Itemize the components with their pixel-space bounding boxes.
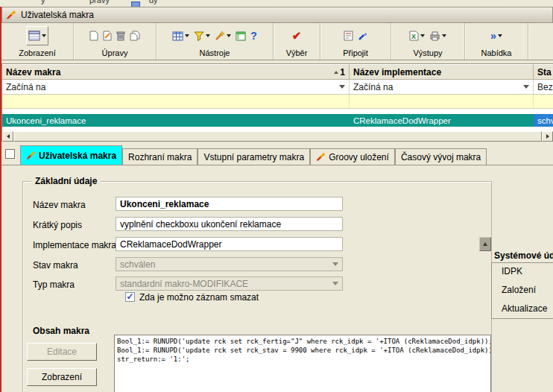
nazev-makra-field[interactable]: Ukonceni_reklamace — [116, 197, 343, 211]
chevron-down-icon — [332, 282, 338, 285]
column-header-stav[interactable]: Sta — [534, 64, 553, 80]
obsah-makra-label: Obsah makra — [33, 326, 89, 336]
scrollbar-thumb[interactable] — [13, 131, 542, 142]
copy-record-button[interactable] — [128, 27, 142, 45]
chevron-down-icon — [498, 34, 502, 37]
checkmark-icon: ✓ — [126, 292, 133, 301]
chevron-down-icon — [227, 34, 231, 37]
editace-button[interactable]: Editace — [27, 343, 97, 361]
delete-record-button[interactable] — [115, 27, 127, 45]
cell-stav[interactable]: schv — [534, 114, 553, 127]
filter-funnel-icon — [194, 31, 204, 41]
chevron-down-icon — [185, 34, 189, 37]
export-button[interactable]: X — [408, 27, 426, 45]
tab-uzivatelska-makra[interactable]: Uživatelská makra — [20, 145, 122, 165]
tab-groovy-ulozeni[interactable]: Groovy uložení — [310, 148, 395, 165]
sort-arrow-icon — [334, 71, 338, 74]
stav-makra-combo[interactable]: schválen — [116, 257, 343, 271]
connect-button[interactable] — [356, 27, 369, 45]
toolbar-group-label: Úpravy — [102, 48, 128, 59]
view-grid-icon — [28, 31, 40, 41]
cell-nazev-implementace[interactable]: CReklamaceDodWrapper — [350, 114, 534, 127]
double-arrow-icon: » — [490, 31, 496, 41]
cell-nazev-makra[interactable]: Ukonceni_reklamace — [2, 114, 350, 127]
system-panel-item-zalozeni: Založení — [502, 285, 536, 295]
filter-button[interactable] — [192, 27, 212, 45]
column-header-label: Sta — [537, 67, 552, 78]
column-header-nazev-implementace[interactable]: Název implementace — [350, 64, 534, 80]
question-icon: ? — [250, 30, 257, 42]
horizontal-scrollbar[interactable] — [1, 131, 553, 142]
macro-code-area[interactable]: Bool_1:= RUNUPD('update rck set rck_fert… — [114, 335, 491, 392]
panel-titlebar: Uživatelská makra — [1, 7, 553, 23]
filter-combo-nazev-makra[interactable]: Začíná na — [2, 80, 350, 95]
chevron-down-icon — [42, 34, 46, 37]
new-page-icon — [89, 31, 98, 41]
new-record-button[interactable] — [88, 27, 100, 45]
table-icon — [172, 31, 183, 41]
tab-vstupni-parametry-makra[interactable]: Vstupní parametry makra — [197, 148, 310, 165]
implementace-lookup-button[interactable] — [479, 237, 491, 251]
panel-title: Uživatelská makra — [21, 10, 94, 20]
kratky-popis-label: Krátký popis — [33, 220, 82, 230]
toolbar-group-label: Nabídka — [481, 48, 512, 59]
kratky-popis-field[interactable]: vyplnění checkboxu ukončení reklamace — [116, 217, 343, 231]
system-panel: IDPK Založení Aktualizace — [491, 262, 553, 319]
chevron-down-icon — [206, 34, 210, 37]
macro-grid: Název makra 1 Název implementace Sta Zač… — [1, 63, 553, 131]
scroll-right-button[interactable] — [542, 131, 553, 142]
summary-button[interactable] — [234, 27, 247, 45]
smazat-checkbox[interactable]: ✓ — [125, 292, 135, 302]
table-tools-button[interactable] — [171, 27, 191, 45]
toolbar-group-nabidka: » Nabídka — [465, 23, 528, 60]
chevron-down-icon — [420, 34, 425, 37]
attach-note-button[interactable] — [342, 27, 355, 45]
implementace-makra-label: Implementace makra — [33, 240, 116, 250]
smazat-checkbox-label: Zda je možno záznam smazat — [139, 292, 259, 303]
clipped-menu-strip: y pravy dy — [0, 0, 553, 7]
zobrazeni-button[interactable]: Zobrazení — [27, 368, 97, 386]
detail-tabbar: Uživatelská makra Rozhraní makra Vstupní… — [1, 145, 553, 165]
pin-checkbox[interactable] — [5, 149, 15, 159]
view-mode-button[interactable] — [26, 26, 48, 45]
select-button[interactable]: ✔ — [291, 27, 303, 45]
wizard-button[interactable] — [213, 27, 233, 45]
toolbar-group-nastroje: ? Nástroje — [157, 23, 274, 60]
grid-row-selected[interactable]: Ukonceni_reklamace CReklamaceDodWrapper … — [2, 114, 553, 127]
menu-fragment: pravy — [89, 0, 110, 4]
svg-text:X: X — [411, 33, 416, 40]
column-header-nazev-makra[interactable]: Název makra 1 — [2, 64, 350, 80]
implementace-makra-field[interactable]: CReklamaceDodWrapper — [116, 237, 343, 251]
macro-icon — [26, 151, 36, 160]
stav-makra-label: Stav makra — [33, 260, 78, 271]
tab-casovy-vyvoj-makra[interactable]: Časový vývoj makra — [395, 148, 487, 165]
print-button[interactable] — [428, 27, 448, 45]
summary-grid-icon — [236, 31, 246, 41]
toolbar: Zobrazení — [1, 23, 553, 60]
menu-button[interactable]: » — [489, 27, 504, 45]
red-check-icon: ✔ — [292, 29, 302, 42]
filter-combo-nazev-implementace[interactable]: Začíná na — [350, 80, 534, 95]
system-panel-item-idpk: IDPK — [502, 266, 522, 276]
tab-rozhrani-makra[interactable]: Rozhraní makra — [122, 148, 197, 165]
filter-input-nazev-implementace[interactable] — [350, 95, 534, 109]
filter-input-nazev-makra[interactable] — [2, 95, 350, 109]
filter-combo-stav[interactable]: Bez — [534, 80, 553, 95]
code-line: Bool_1:= RUNUPD('update rck set rck_stav… — [117, 346, 488, 355]
window-left-red-border — [0, 7, 1, 392]
magic-wand-icon — [215, 31, 225, 41]
edit-record-button[interactable] — [101, 27, 113, 45]
arrow-right-icon — [546, 134, 549, 139]
filter-input-stav[interactable] — [534, 95, 553, 109]
toolbar-group-vyber: ✔ Výběr — [274, 23, 320, 60]
scroll-left-button[interactable] — [2, 131, 13, 142]
toolbar-group-label: Výstupy — [413, 48, 442, 59]
typ-makra-combo[interactable]: standardní makro-MODIFIKACE — [116, 276, 343, 291]
chevron-down-icon — [442, 34, 446, 37]
chevron-down-icon — [523, 85, 529, 89]
fieldset-legend: Základní údaje — [31, 176, 101, 186]
note-icon — [344, 31, 353, 41]
help-button[interactable]: ? — [249, 27, 259, 45]
macro-icon — [6, 10, 16, 20]
chevron-down-icon — [339, 85, 345, 89]
